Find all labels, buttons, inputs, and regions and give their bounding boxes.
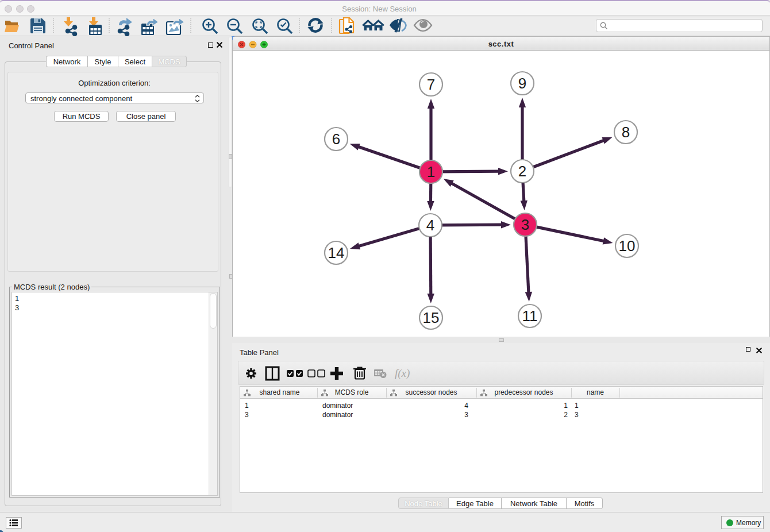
svg-text:3: 3 <box>521 216 529 233</box>
svg-text:9: 9 <box>518 75 526 92</box>
svg-text:11: 11 <box>522 307 538 325</box>
svg-text:6: 6 <box>332 130 340 148</box>
svg-text:14: 14 <box>328 244 345 261</box>
svg-text:10: 10 <box>619 237 636 255</box>
svg-text:15: 15 <box>423 309 440 326</box>
svg-text:2: 2 <box>518 163 526 180</box>
svg-text:f(x): f(x) <box>395 367 410 380</box>
svg-text:7: 7 <box>427 76 435 93</box>
svg-text:4: 4 <box>426 217 434 234</box>
svg-text:8: 8 <box>622 124 630 141</box>
svg-text:1: 1 <box>427 163 435 180</box>
